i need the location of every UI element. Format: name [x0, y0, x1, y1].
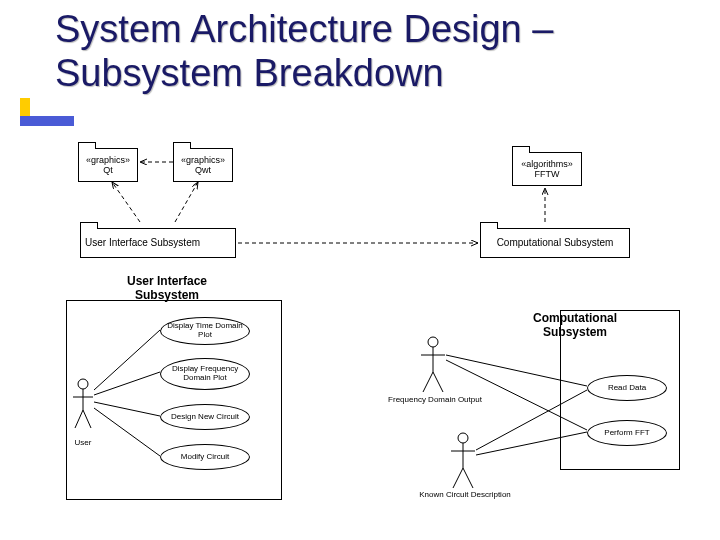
diagram: «graphics» Qt «graphics» Qwt «algorithms…: [0, 0, 720, 540]
section-ui-label: User Interface Subsystem: [112, 275, 222, 303]
folder-tab-icon: [78, 142, 96, 149]
folder-tab-icon: [80, 222, 98, 229]
svg-line-17: [423, 372, 433, 392]
package-name: FFTW: [535, 169, 560, 179]
package-qt: «graphics» Qt: [78, 148, 138, 182]
package-name: User Interface Subsystem: [85, 237, 200, 249]
package-comp-subsystem: Computational Subsystem: [480, 228, 630, 258]
svg-point-19: [458, 433, 468, 443]
package-stereo: «graphics»: [86, 155, 130, 165]
actor-label-freq-output: Frequency Domain Output: [380, 395, 490, 404]
package-stereo: «graphics»: [181, 155, 225, 165]
actor-label-known-desc: Known Circuit Description: [410, 490, 520, 499]
actor-label-user: User: [68, 438, 98, 447]
svg-point-14: [428, 337, 438, 347]
folder-tab-icon: [512, 146, 530, 153]
package-qwt: «graphics» Qwt: [173, 148, 233, 182]
package-fftw: «algorithms» FFTW: [512, 152, 582, 186]
folder-tab-icon: [480, 222, 498, 229]
svg-line-1: [175, 182, 198, 222]
svg-line-22: [453, 468, 463, 488]
usecase-perform-fft: Perform FFT: [587, 420, 667, 446]
folder-tab-icon: [173, 142, 191, 149]
usecase-read-data: Read Data: [587, 375, 667, 401]
svg-line-23: [463, 468, 473, 488]
usecase-design-circuit: Design New Circuit: [160, 404, 250, 430]
usecase-display-freq: Display Frequency Domain Plot: [160, 358, 250, 390]
section-comp-label: Computational Subsystem: [520, 312, 630, 340]
package-ui-subsystem: User Interface Subsystem: [80, 228, 236, 258]
usecase-modify-circuit: Modify Circuit: [160, 444, 250, 470]
package-name: Qt: [103, 165, 113, 175]
usecase-display-time: Display Time Domain Plot: [160, 317, 250, 345]
package-name: Computational Subsystem: [497, 237, 614, 249]
package-stereo: «algorithms»: [521, 159, 573, 169]
svg-line-0: [112, 182, 140, 222]
package-name: Qwt: [195, 165, 211, 175]
svg-line-18: [433, 372, 443, 392]
